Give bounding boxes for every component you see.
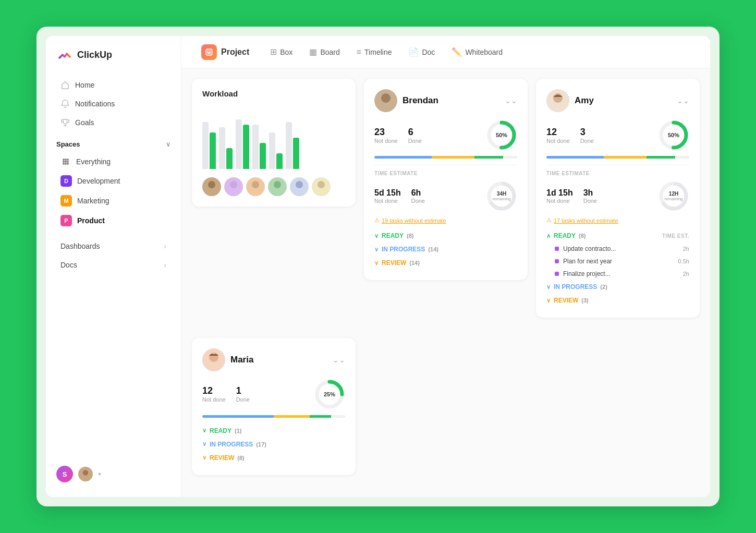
app-inner: ClickUp Home Notifications Goals [46, 36, 710, 497]
amy-name: Amy [575, 95, 594, 106]
amy-warning-link[interactable]: 17 tasks without estimate [554, 217, 618, 224]
sidebar-item-development[interactable]: D Development [50, 171, 177, 191]
svg-point-14 [230, 181, 237, 188]
sidebar-item-goals[interactable]: Goals [50, 113, 177, 132]
sidebar-item-product[interactable]: P Product [50, 211, 177, 231]
svg-point-5 [67, 161, 69, 163]
svg-point-15 [227, 189, 240, 196]
bar-group-5 [269, 132, 283, 169]
maria-review-count: (8) [237, 455, 244, 461]
sidebar-item-everything[interactable]: Everything [50, 152, 177, 171]
amy-ready-header[interactable]: ∧ READY (8) TIME EST. [546, 229, 689, 243]
brendan-done-label: Done [408, 138, 422, 144]
amy-task-3-time: 2h [683, 271, 689, 277]
app-wrapper: ClickUp Home Notifications Goals [36, 27, 720, 506]
maria-percent-label: 25% [324, 391, 335, 397]
task-dot-1 [555, 247, 559, 251]
bell-icon [60, 99, 70, 108]
tab-timeline-label: Timeline [364, 48, 392, 56]
amy-progress-label: IN PROGRESS [554, 283, 597, 290]
brendan-not-done: 23 Not done [374, 127, 398, 144]
brendan-progress-header[interactable]: ∨ IN PROGRESS (14) [374, 243, 517, 256]
tab-doc[interactable]: 📄 Doc [401, 43, 442, 61]
sidebar-item-dashboards[interactable]: Dashboards › [50, 237, 177, 256]
docs-label: Docs [60, 261, 77, 269]
svg-point-12 [208, 181, 215, 188]
brendan-time-done-label: Done [411, 198, 425, 204]
amy-remaining-value: 12H [664, 191, 682, 197]
bar-green-6 [293, 138, 299, 169]
sidebar-item-notifications[interactable]: Notifications [50, 94, 177, 113]
amy-task-1-time: 2h [683, 246, 689, 252]
workload-avatar-2 [224, 177, 243, 196]
bar-green-5 [276, 153, 283, 169]
amy-ready-chevron-icon: ∧ [546, 233, 551, 239]
brendan-warning-link[interactable]: 19 tasks without estimate [382, 217, 446, 224]
tab-timeline[interactable]: ≡ Timeline [349, 43, 399, 61]
workload-avatar-1 [202, 177, 221, 196]
amy-ready-label: READY [554, 232, 576, 239]
goals-label: Goals [75, 118, 94, 127]
brendan-review-header[interactable]: ∨ REVIEW (14) [374, 256, 517, 270]
amy-task-1-label: Update contracto... [563, 245, 616, 252]
whiteboard-icon: ✏️ [452, 47, 462, 57]
sidebar-item-marketing[interactable]: M Marketing [50, 191, 177, 211]
brendan-expand-icon[interactable]: ⌄⌄ [505, 96, 517, 105]
pb-green-1 [474, 156, 503, 159]
grid-icon [60, 156, 71, 167]
pb-green-3 [310, 415, 331, 418]
amy-donut: 50% [658, 119, 689, 151]
maria-expand-icon[interactable]: ⌄⌄ [333, 356, 345, 364]
amy-progress-count: (2) [600, 284, 607, 290]
svg-point-20 [296, 181, 303, 188]
doc-icon: 📄 [408, 47, 419, 57]
maria-review-header[interactable]: ∨ REVIEW (8) [202, 451, 345, 465]
svg-point-9 [83, 470, 89, 476]
amy-warning-icon: ⚠ [546, 217, 552, 224]
maria-progress-header[interactable]: ∨ IN PROGRESS (17) [202, 438, 345, 451]
progress-chevron-icon: ∨ [374, 246, 379, 253]
bar-group-4 [252, 125, 266, 169]
brendan-ready-header[interactable]: ∨ READY (8) [374, 229, 517, 243]
svg-point-39 [209, 353, 218, 362]
amy-header: Amy ⌄⌄ [546, 89, 689, 112]
home-label: Home [75, 81, 94, 89]
amy-remaining-sub: remaining [664, 197, 682, 201]
user-dropdown-icon[interactable]: ▾ [98, 470, 101, 478]
amy-remaining-donut: 12H remaining [658, 180, 689, 212]
amy-review-header[interactable]: ∨ REVIEW (3) [546, 294, 689, 307]
maria-stats-row: 12 Not done 1 Done 25% [202, 379, 345, 410]
maria-card: Maria ⌄⌄ 12 Not done 1 Done [192, 338, 356, 475]
amy-expand-icon[interactable]: ⌄⌄ [677, 96, 689, 105]
amy-info: Amy [546, 89, 594, 112]
spaces-chevron-icon[interactable]: ∨ [166, 141, 170, 148]
amy-time-not-done-label: Not done [546, 198, 573, 204]
amy-review-chevron-icon: ∨ [546, 297, 551, 304]
svg-point-0 [63, 159, 65, 161]
sidebar-item-home[interactable]: Home [50, 76, 177, 94]
brendan-progress-multi [374, 156, 517, 159]
tab-whiteboard[interactable]: ✏️ Whiteboard [444, 43, 510, 61]
tab-box[interactable]: ⊞ Box [263, 43, 300, 61]
maria-ready-header[interactable]: ∨ READY (1) [202, 424, 345, 438]
pb-yellow-2 [604, 156, 647, 159]
amy-time-not-done: 1d 15h Not done [546, 188, 573, 204]
marketing-label: Marketing [77, 197, 109, 205]
project-tab[interactable]: Project [194, 40, 257, 64]
amy-task-2-time: 0.5h [678, 258, 689, 264]
amy-not-done: 12 Not done [546, 127, 570, 144]
amy-done: 3 Done [580, 127, 594, 144]
amy-progress-header[interactable]: ∨ IN PROGRESS (2) [546, 280, 689, 294]
maria-not-done: 12 Not done [202, 385, 226, 403]
notifications-label: Notifications [75, 100, 115, 108]
brendan-done-value: 6 [408, 127, 422, 138]
brendan-name: Brendan [403, 95, 438, 106]
tab-board[interactable]: ▦ Board [302, 43, 347, 61]
brendan-photo [374, 89, 397, 112]
amy-task-2-label: Plan for next year [563, 258, 612, 265]
avatar-person-6 [312, 177, 331, 196]
sidebar-item-docs[interactable]: Docs › [50, 256, 177, 274]
everything-label: Everything [76, 158, 111, 166]
workload-avatar-3 [246, 177, 265, 196]
user-avatar-photo [77, 466, 94, 482]
